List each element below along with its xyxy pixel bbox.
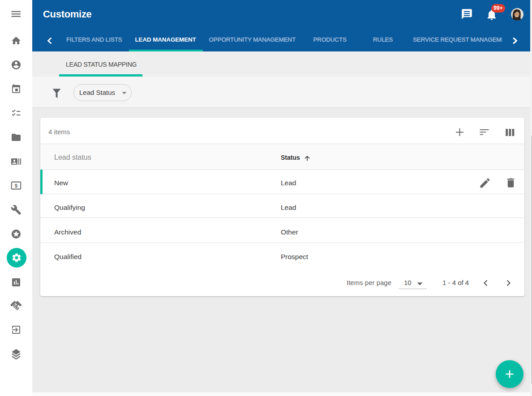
svg-text:$: $	[15, 183, 18, 188]
